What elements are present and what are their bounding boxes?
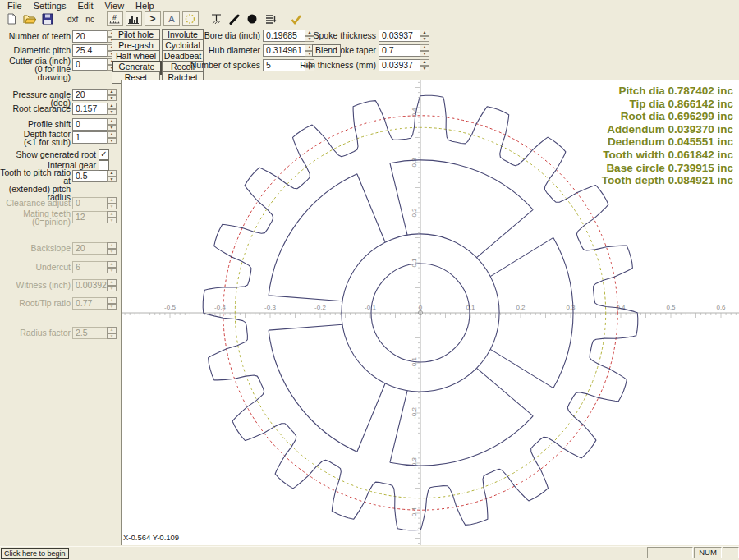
menu-help[interactable]: Help [130, 0, 160, 11]
open-file-button[interactable] [21, 12, 37, 26]
cutter-label: Cutter dia (inch) (0 for line drawing) [0, 57, 71, 81]
rimthick-spin-up-icon[interactable]: ▲ [420, 59, 429, 66]
filled-circle-button[interactable] [245, 12, 260, 26]
hub-field[interactable]: 0.314961 [263, 44, 309, 57]
toothratio-spin-down-icon[interactable]: ▼ [107, 177, 117, 183]
check-icon [290, 13, 302, 25]
rootclear-field[interactable]: 0.157 [72, 103, 112, 115]
x-axis-label: 0.3 [566, 304, 576, 311]
toolbar-separator [201, 12, 206, 25]
pressure-field[interactable]: 20 [72, 89, 112, 101]
menu-view[interactable]: View [99, 0, 130, 11]
text-tool-button[interactable]: A [163, 11, 180, 26]
pshift-spinner[interactable]: ▲▼ [107, 118, 117, 131]
toothratio-spin-up-icon[interactable]: ▲ [107, 170, 117, 177]
mating-field: 12 [72, 211, 112, 223]
hub-label: Hub diameter [209, 46, 260, 54]
rootclear-spin-down-icon[interactable]: ▼ [107, 109, 117, 116]
nc-export-button[interactable]: nc [83, 15, 97, 24]
spoketaper-spin-down-icon[interactable]: ▼ [420, 51, 429, 57]
mating-spin-down-icon: ▼ [107, 218, 117, 224]
spoketaper-spin-up-icon[interactable]: ▲ [420, 44, 429, 51]
internal-checkbox[interactable] [99, 160, 109, 171]
y-axis-label: -0.3 [411, 457, 418, 469]
spokethick-spinner[interactable]: ▲▼ [420, 30, 429, 42]
spokethick-spin-down-icon[interactable]: ▼ [420, 36, 429, 43]
spokes-label: Number of spokes [190, 61, 260, 69]
y-axis-label: 0.3 [411, 158, 418, 168]
menu-edit[interactable]: Edit [71, 0, 99, 11]
depth-spinner[interactable]: ▲▼ [107, 131, 117, 144]
hash-ruler-button[interactable]: # [107, 11, 123, 26]
cutter-field[interactable]: 0 [72, 58, 112, 71]
rootclear-spin-up-icon[interactable]: ▲ [107, 103, 117, 109]
bore-field[interactable]: 0.19685 [263, 30, 309, 42]
y-axis-label: -0.4 [411, 507, 418, 519]
new-document-button[interactable] [3, 12, 19, 26]
showroot-checkbox[interactable]: ✓ [99, 149, 109, 160]
witness-field: 0.00392 [72, 279, 112, 291]
x-axis-label: 0.1 [466, 304, 475, 311]
toolbar-separator [99, 12, 104, 25]
rootclear-spinner[interactable]: ▲▼ [107, 103, 117, 115]
dpitch-field[interactable]: 25.4 [72, 44, 112, 57]
backslope-spinner: ▲▼ [107, 242, 117, 255]
rimthick-spinner[interactable]: ▲▼ [420, 59, 429, 71]
dimension-button[interactable] [209, 12, 224, 26]
spokethick-field[interactable]: 0.03937 [379, 30, 424, 42]
pshift-field[interactable]: 0 [72, 118, 112, 131]
bore-label: Bore dia (inch) [204, 31, 260, 39]
filled-circle-icon [246, 13, 258, 25]
depth-spin-up-icon[interactable]: ▲ [107, 131, 117, 138]
undercut-spin-up-icon: ▲ [107, 261, 117, 268]
menu-settings[interactable]: Settings [28, 0, 72, 11]
rimthick-spin-down-icon[interactable]: ▼ [420, 66, 429, 72]
pressure-spin-up-icon[interactable]: ▲ [107, 89, 117, 95]
spokethick-spin-up-icon[interactable]: ▲ [420, 30, 429, 36]
list-export-button[interactable] [263, 12, 278, 26]
roottip-spin-down-icon: ▼ [107, 304, 117, 310]
x-axis-label: 0.2 [516, 304, 526, 311]
pshift-spin-down-icon[interactable]: ▼ [107, 125, 117, 131]
hash-ruler-icon: # [108, 13, 121, 25]
toothratio-spinner[interactable]: ▲▼ [107, 170, 117, 182]
dpitch-label: Diametric pitch [14, 46, 71, 54]
pressure-spin-down-icon[interactable]: ▼ [107, 95, 117, 102]
menu-bar: FileSettingsEditViewHelp [0, 0, 739, 11]
drawing-canvas[interactable]: -0.5-0.4-0.3-0.2-0.100.10.20.30.40.50.60… [121, 80, 739, 545]
rimthick-field[interactable]: 0.03937 [379, 59, 424, 71]
radiusf-spinner: ▲▼ [107, 327, 117, 339]
radiusf-spin-down-icon: ▼ [107, 333, 117, 340]
pshift-spin-up-icon[interactable]: ▲ [107, 118, 117, 125]
showroot-label: Show generated root [16, 150, 96, 158]
depth-field[interactable]: 1 [72, 131, 112, 144]
greater-than-button[interactable]: > [145, 11, 161, 26]
toothratio-field[interactable]: 0.5 [72, 170, 112, 182]
num-lock-indicator: NUM [694, 547, 722, 558]
text-a-icon: A [166, 13, 177, 25]
spoketaper-spinner[interactable]: ▲▼ [420, 44, 429, 57]
save-button[interactable] [39, 12, 55, 26]
check-button[interactable] [288, 12, 304, 26]
depth-spin-down-icon[interactable]: ▼ [107, 138, 117, 145]
begin-hint-button[interactable]: Click here to begin [1, 548, 69, 559]
pen-button[interactable] [227, 12, 242, 26]
depth-label: Depth factor (<1 for stub) [24, 130, 71, 146]
pressure-spinner[interactable]: ▲▼ [107, 89, 117, 101]
svg-text:A: A [168, 14, 175, 24]
bar-chart-button[interactable] [126, 11, 142, 26]
toolbar-separator [57, 12, 62, 25]
clearadj-spin-up-icon: ▲ [107, 197, 117, 204]
coordinate-readout: X-0.564 Y-0.109 [123, 533, 179, 542]
rimthick-label: Rim thickness (mm) [300, 61, 376, 69]
dotted-circle-button[interactable] [182, 11, 199, 26]
teeth-field[interactable]: 20 [72, 30, 112, 43]
blend-button[interactable]: Blend [312, 44, 341, 57]
open-folder-icon [23, 13, 36, 25]
dxf-export-button[interactable]: dxf [65, 15, 80, 24]
greater-than-icon: > [147, 13, 158, 25]
result-base-circle: Base circle 0.739915 inc [602, 162, 733, 175]
spoketaper-field[interactable]: 0.7 [379, 44, 424, 57]
backslope-field: 20 [72, 242, 112, 255]
menu-file[interactable]: File [2, 0, 28, 11]
